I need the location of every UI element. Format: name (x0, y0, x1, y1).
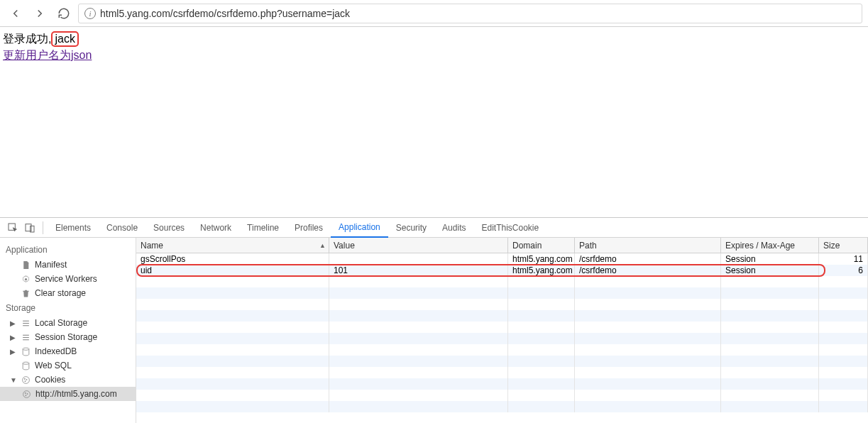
sidebar-item-label: Session Storage (35, 332, 97, 342)
back-button[interactable] (6, 4, 26, 23)
reload-button[interactable] (54, 4, 74, 23)
cell-domain: html5.yang.com (508, 265, 575, 276)
cell-value (329, 344, 508, 356)
page-body: 登录成功,jack 更新用户名为json (0, 27, 868, 217)
devtools-sidebar: ApplicationManifestService WorkersClear … (0, 238, 136, 423)
sidebar-group-application: Application (0, 242, 136, 258)
login-text: 登录成功, (3, 33, 51, 45)
cell-size: 6 (819, 265, 868, 276)
sidebar-item-label: IndexedDB (35, 346, 77, 356)
cell-path (575, 344, 721, 356)
sidebar-item-clear-storage[interactable]: Clear storage (0, 286, 136, 300)
cell-value (329, 276, 508, 287)
cell-size (819, 356, 868, 367)
svg-point-19 (25, 395, 26, 395)
list-icon (21, 332, 31, 342)
cell-size (819, 344, 868, 356)
col-name[interactable]: Name▲ (136, 238, 329, 253)
tab-audits[interactable]: Audits (434, 218, 473, 238)
table-row (136, 367, 868, 378)
cell-path (575, 299, 721, 310)
cell-size (819, 390, 868, 401)
cell-value (329, 378, 508, 390)
sidebar-item-session-storage[interactable]: ▶Session Storage (0, 330, 136, 344)
cell-expires (721, 299, 819, 310)
doc-icon (21, 260, 31, 270)
cell-path (575, 401, 721, 412)
table-header: Name▲ Value Domain Path Expires / Max-Ag… (136, 238, 868, 253)
devtools-panel: ElementsConsoleSourcesNetworkTimelinePro… (0, 217, 868, 423)
tab-sources[interactable]: Sources (145, 218, 192, 238)
cell-domain (508, 322, 575, 333)
cookie-icon (21, 389, 31, 399)
table-row (136, 276, 868, 287)
cell-expires (721, 367, 819, 378)
device-mode-icon[interactable] (21, 219, 38, 236)
username-highlight: jack (51, 31, 78, 47)
table-row[interactable]: gsScrollPoshtml5.yang.com/csrfdemoSessio… (136, 253, 868, 265)
sidebar-item-local-storage[interactable]: ▶Local Storage (0, 316, 136, 330)
gear-icon (21, 274, 31, 284)
forward-button[interactable] (30, 4, 50, 23)
table-row (136, 299, 868, 310)
cell-size (819, 333, 868, 344)
cell-expires (721, 356, 819, 367)
cell-expires (721, 322, 819, 333)
sidebar-item-label: Local Storage (35, 318, 87, 328)
sidebar-item-label: Cookies (35, 375, 65, 385)
cell-size: 11 (819, 253, 868, 265)
cell-name (136, 333, 329, 344)
update-username-link[interactable]: 更新用户名为json (3, 48, 92, 63)
tab-editthiscookie[interactable]: EditThisCookie (473, 218, 546, 238)
svg-point-13 (24, 378, 25, 379)
col-path[interactable]: Path (575, 238, 721, 253)
cell-path: /csrfdemo (575, 265, 721, 276)
cell-size (819, 310, 868, 322)
site-info-icon[interactable]: i (84, 8, 96, 19)
cell-name: gsScrollPos (136, 253, 329, 265)
cookies-table: Name▲ Value Domain Path Expires / Max-Ag… (136, 238, 868, 423)
cell-name (136, 276, 329, 287)
cell-domain (508, 401, 575, 412)
tab-console[interactable]: Console (99, 218, 145, 238)
col-domain[interactable]: Domain (508, 238, 575, 253)
tab-network[interactable]: Network (192, 218, 239, 238)
table-row (136, 344, 868, 356)
sidebar-item-cookies[interactable]: ▼Cookies (0, 373, 136, 387)
address-bar[interactable]: i html5.yang.com/csrfdemo/csrfdemo.php?u… (78, 4, 862, 23)
cell-domain (508, 367, 575, 378)
table-row (136, 356, 868, 367)
sidebar-group-storage: Storage (0, 300, 136, 316)
sidebar-item-web-sql[interactable]: Web SQL (0, 358, 136, 373)
col-size[interactable]: Size (819, 238, 868, 253)
tab-timeline[interactable]: Timeline (239, 218, 287, 238)
cell-domain (508, 333, 575, 344)
expand-arrow-icon: ▼ (10, 376, 16, 384)
tab-security[interactable]: Security (388, 218, 434, 238)
devtools-tabbar: ElementsConsoleSourcesNetworkTimelinePro… (0, 218, 868, 238)
sidebar-cookie-origin[interactable]: http://html5.yang.com (0, 387, 136, 401)
tab-elements[interactable]: Elements (48, 218, 99, 238)
cell-expires (721, 310, 819, 322)
cell-domain (508, 287, 575, 299)
trash-icon (21, 288, 31, 298)
col-value[interactable]: Value (329, 238, 508, 253)
col-expires[interactable]: Expires / Max-Age (721, 238, 819, 253)
tab-application[interactable]: Application (331, 218, 388, 238)
tab-profiles[interactable]: Profiles (287, 218, 331, 238)
sidebar-item-manifest[interactable]: Manifest (0, 258, 136, 272)
table-row[interactable]: uid101html5.yang.com/csrfdemoSession6 (136, 265, 868, 276)
inspect-icon[interactable] (4, 219, 21, 236)
sidebar-item-label: Service Workers (35, 274, 97, 284)
sidebar-item-indexeddb[interactable]: ▶IndexedDB (0, 344, 136, 358)
cell-value (329, 401, 508, 412)
svg-point-12 (22, 376, 29, 383)
sidebar-item-service-workers[interactable]: Service Workers (0, 272, 136, 286)
cell-domain (508, 378, 575, 390)
cell-path (575, 390, 721, 401)
expand-arrow-icon: ▶ (10, 334, 16, 341)
cell-name (136, 322, 329, 333)
url-text: html5.yang.com/csrfdemo/csrfdemo.php?use… (100, 8, 350, 19)
cell-domain (508, 356, 575, 367)
sidebar-item-label: Clear storage (35, 288, 86, 298)
